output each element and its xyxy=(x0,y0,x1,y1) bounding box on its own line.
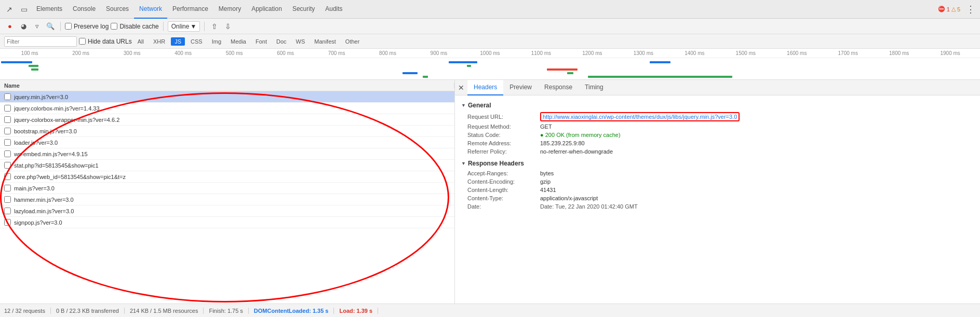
timeline-label: 600 ms xyxy=(260,50,311,56)
waterfall-bar xyxy=(423,76,428,78)
list-item-checkbox[interactable] xyxy=(4,93,11,100)
filter-js[interactable]: JS xyxy=(171,37,185,46)
list-item-checkbox[interactable] xyxy=(4,173,11,180)
export-har-button[interactable]: ⇩ xyxy=(222,21,234,32)
error-icon: ⛔ xyxy=(938,6,945,12)
filter-input[interactable] xyxy=(4,36,77,47)
list-item-checkbox[interactable] xyxy=(4,105,11,112)
clear-button[interactable]: ◕ xyxy=(18,21,29,32)
filter-all[interactable]: All xyxy=(134,37,147,46)
list-item-name: hammer.min.js?ver=3.0 xyxy=(14,197,450,203)
list-item-checkbox[interactable] xyxy=(4,139,11,146)
tab-timing[interactable]: Timing xyxy=(579,80,610,95)
content-encoding-row: Content-Encoding: gzip xyxy=(461,178,974,185)
import-har-button[interactable]: ⇧ xyxy=(209,21,220,32)
remote-address-label: Remote Address: xyxy=(467,140,540,146)
list-item[interactable]: main.js?ver=3.0 xyxy=(0,183,454,194)
filter-font[interactable]: Font xyxy=(252,37,271,46)
timeline-label: 900 ms xyxy=(413,50,464,56)
filter-img[interactable]: Img xyxy=(208,37,225,46)
tab-performance[interactable]: Performance xyxy=(167,0,213,19)
tab-preview[interactable]: Preview xyxy=(503,80,538,95)
search-button[interactable]: 🔍 xyxy=(45,21,56,32)
list-item-checkbox[interactable] xyxy=(4,128,11,134)
filter-css[interactable]: CSS xyxy=(187,37,206,46)
list-item[interactable]: jquery.colorbox-min.js?ver=1.4.33 xyxy=(0,103,454,114)
tab-network[interactable]: Network xyxy=(134,0,167,19)
remote-address-row: Remote Address: 185.239.225.9:80 xyxy=(461,140,974,146)
tab-elements[interactable]: Elements xyxy=(31,0,68,19)
tab-memory[interactable]: Memory xyxy=(213,0,246,19)
timeline-label: 800 ms xyxy=(362,50,413,56)
tab-console[interactable]: Console xyxy=(68,0,101,19)
date-row: Date: Date: Tue, 22 Jan 2020 01:42:40 GM… xyxy=(461,203,974,210)
timeline-label: 700 ms xyxy=(311,50,362,56)
list-item-checkbox[interactable] xyxy=(4,208,11,214)
device-icon[interactable]: ▭ xyxy=(17,2,31,17)
filter-other[interactable]: Other xyxy=(342,37,364,46)
tab-security[interactable]: Security xyxy=(287,0,320,19)
preserve-log-label[interactable]: Preserve log xyxy=(65,23,109,30)
request-method-value: GET xyxy=(540,123,552,130)
disable-cache-checkbox[interactable] xyxy=(111,23,117,30)
list-item[interactable]: signpop.js?ver=3.0 xyxy=(0,217,454,228)
tab-response[interactable]: Response xyxy=(538,80,579,95)
online-label: Online xyxy=(171,23,190,30)
list-item[interactable]: lazyload.min.js?ver=3.0 xyxy=(0,205,454,217)
network-list-panel: Name jquery.min.js?ver=3.0jquery.colorbo… xyxy=(0,80,455,304)
list-item[interactable]: bootstrap.min.js?ver=3.0 xyxy=(0,126,454,137)
preserve-log-checkbox[interactable] xyxy=(65,23,72,30)
record-button[interactable]: ● xyxy=(4,21,16,32)
list-item-name: wp-embed.min.js?ver=4.9.15 xyxy=(14,151,450,157)
filter-toggle-button[interactable]: ▿ xyxy=(31,21,43,32)
filter-doc[interactable]: Doc xyxy=(273,37,290,46)
hide-data-urls-text: Hide data URLs xyxy=(88,38,132,45)
list-item[interactable]: loader.js?ver=3.0 xyxy=(0,137,454,148)
list-item[interactable]: jquery.min.js?ver=3.0 xyxy=(0,91,454,103)
list-item[interactable]: wp-embed.min.js?ver=4.9.15 xyxy=(0,148,454,160)
detail-close-button[interactable]: ✕ xyxy=(455,80,467,95)
status-text: 200 OK (from memory cache) xyxy=(545,132,621,138)
tab-audits[interactable]: Audits xyxy=(320,0,347,19)
devtools-menu-button[interactable]: ⋮ xyxy=(963,2,978,17)
list-item-checkbox[interactable] xyxy=(4,219,11,226)
timeline-label: 400 ms xyxy=(157,50,208,56)
accept-ranges-label: Accept-Ranges: xyxy=(467,170,540,176)
list-item-checkbox[interactable] xyxy=(4,162,11,169)
list-item-name: main.js?ver=3.0 xyxy=(14,185,450,191)
remote-address-value: 185.239.225.9:80 xyxy=(540,140,585,146)
tab-application[interactable]: Application xyxy=(246,0,287,19)
timeline-label: 500 ms xyxy=(209,50,260,56)
filter-media[interactable]: Media xyxy=(227,37,250,46)
list-item[interactable]: stat.php?id=5813545&show=pic1 xyxy=(0,160,454,171)
filter-ws[interactable]: WS xyxy=(292,37,309,46)
list-item-checkbox[interactable] xyxy=(4,150,11,157)
hide-data-urls-checkbox[interactable] xyxy=(79,38,86,45)
timeline-label: 1700 ms xyxy=(823,50,874,56)
inspect-icon[interactable]: ↗ xyxy=(2,2,17,17)
list-item-checkbox[interactable] xyxy=(4,116,11,123)
throttle-select[interactable]: Online ▼ xyxy=(168,21,200,32)
filter-manifest[interactable]: Manifest xyxy=(311,37,340,46)
transferred-size: 0 B / 22.3 KB transferred xyxy=(51,308,125,314)
divider3 xyxy=(204,22,205,31)
content-encoding-label: Content-Encoding: xyxy=(467,178,540,185)
hide-data-urls-label[interactable]: Hide data URLs xyxy=(79,38,132,45)
tab-sources[interactable]: Sources xyxy=(101,0,134,19)
network-list-body[interactable]: jquery.min.js?ver=3.0jquery.colorbox-min… xyxy=(0,91,454,304)
referrer-policy-label: Referrer Policy: xyxy=(467,148,540,155)
list-item[interactable]: hammer.min.js?ver=3.0 xyxy=(0,194,454,205)
disable-cache-label[interactable]: Disable cache xyxy=(111,23,158,30)
list-item[interactable]: core.php?web_id=5813545&show=pic1&t=z xyxy=(0,171,454,183)
list-item[interactable]: jquery-colorbox-wrapper-min.js?ver=4.6.2 xyxy=(0,114,454,126)
timeline-label: 1900 ms xyxy=(924,50,975,56)
timeline-label: 1600 ms xyxy=(771,50,822,56)
content-type-row: Content-Type: application/x-javascript xyxy=(461,195,974,201)
filter-xhr[interactable]: XHR xyxy=(150,37,169,46)
requests-count: 12 / 32 requests xyxy=(4,308,51,314)
list-item-checkbox[interactable] xyxy=(4,185,11,191)
list-item-checkbox[interactable] xyxy=(4,196,11,203)
content-encoding-value: gzip xyxy=(540,178,551,185)
tab-headers[interactable]: Headers xyxy=(467,80,503,95)
name-column-header: Name xyxy=(0,82,454,89)
